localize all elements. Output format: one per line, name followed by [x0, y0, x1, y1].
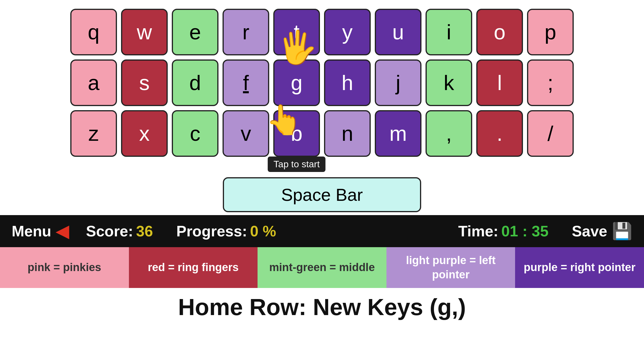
key-m[interactable]: m — [375, 110, 421, 157]
keyboard-area: q w e r t y u i o p a s d f 🖐 g h j k l … — [0, 0, 644, 215]
key-h[interactable]: h — [324, 59, 371, 106]
key-d[interactable]: d — [172, 59, 218, 106]
key-semicolon[interactable]: ; — [527, 59, 574, 106]
progress-label: Progress: — [176, 222, 247, 240]
status-bar: Menu ◀ Score: 36 Progress: 0 % Time: 01 … — [0, 215, 644, 247]
legend-red: red = ring fingers — [129, 247, 258, 288]
key-comma[interactable]: , — [426, 110, 472, 157]
save-button[interactable]: Save — [572, 222, 607, 240]
key-y[interactable]: y — [324, 9, 371, 55]
key-row-3: z x c v 👆 b Tap to start n m , . / — [12, 110, 632, 157]
key-z[interactable]: z — [70, 110, 117, 157]
back-arrow-icon[interactable]: ◀ — [56, 222, 69, 241]
key-f[interactable]: f — [223, 59, 269, 106]
spacebar[interactable]: Space Bar — [223, 177, 421, 212]
key-row-1: q w e r t y u i o p — [12, 9, 632, 55]
key-w[interactable]: w — [121, 9, 168, 55]
key-j[interactable]: j — [375, 59, 421, 106]
key-i[interactable]: i — [426, 9, 472, 55]
legend-dark-purple: purple = right pointer — [515, 247, 644, 288]
menu-button[interactable]: Menu — [12, 222, 51, 240]
time-label: Time: — [458, 222, 498, 240]
key-v[interactable]: v — [223, 110, 269, 157]
tap-tooltip[interactable]: Tap to start — [268, 157, 326, 172]
key-n[interactable]: n — [324, 110, 371, 157]
key-slash[interactable]: / — [527, 110, 574, 157]
progress-value: 0 % — [250, 222, 276, 240]
key-o[interactable]: o — [476, 9, 523, 55]
key-a[interactable]: a — [70, 59, 117, 106]
key-b[interactable]: 👆 b Tap to start — [273, 110, 320, 157]
key-s[interactable]: s — [121, 59, 168, 106]
menu-section: Menu ◀ — [12, 222, 69, 241]
key-l[interactable]: l — [476, 59, 523, 106]
spacebar-row: Space Bar — [12, 177, 632, 212]
score-label: Score: — [86, 222, 133, 240]
key-e[interactable]: e — [172, 9, 218, 55]
save-section: Save 💾 — [572, 222, 632, 241]
legend-bar: pink = pinkies red = ring fingers mint-g… — [0, 247, 644, 288]
key-q[interactable]: q — [70, 9, 117, 55]
key-period[interactable]: . — [476, 110, 523, 157]
key-p[interactable]: p — [527, 9, 574, 55]
time-value: 01 : 35 — [501, 222, 549, 240]
key-c[interactable]: c — [172, 110, 218, 157]
progress-section: Progress: 0 % — [176, 222, 458, 240]
time-section: Time: 01 : 35 — [458, 222, 549, 240]
legend-pink: pink = pinkies — [0, 247, 129, 288]
home-row-title: Home Row: New Keys (g,) — [0, 288, 644, 321]
score-section: Score: 36 — [86, 222, 153, 240]
score-value: 36 — [136, 222, 153, 240]
key-r[interactable]: r — [223, 9, 269, 55]
key-t[interactable]: t — [273, 9, 320, 55]
key-k[interactable]: k — [426, 59, 472, 106]
save-icon[interactable]: 💾 — [612, 222, 632, 241]
legend-green: mint-green = middle — [258, 247, 386, 288]
key-u[interactable]: u — [375, 9, 421, 55]
key-g[interactable]: 🖐 g — [273, 59, 320, 106]
key-x[interactable]: x — [121, 110, 168, 157]
key-row-2: a s d f 🖐 g h j k l ; — [12, 59, 632, 106]
legend-light-purple: light purple = left pointer — [386, 247, 515, 288]
